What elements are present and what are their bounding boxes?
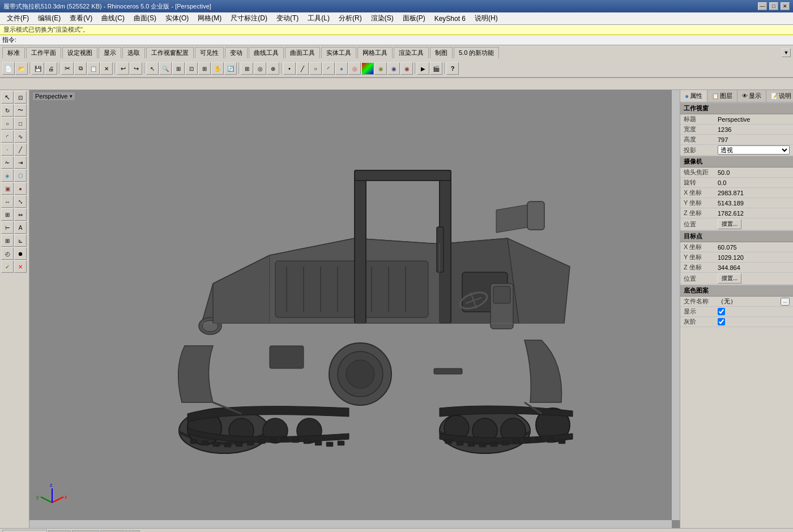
viewport-dropdown-arrow[interactable]: ▾ [70,93,73,99]
left-surface-btn[interactable]: ⬡ [14,169,27,182]
maximize-button[interactable]: □ [769,2,778,10]
left-multiselect-btn[interactable]: ⊡ [14,91,27,104]
tb-paste-btn[interactable]: 📋 [87,62,100,75]
left-dim-btn[interactable]: ⊢ [1,221,14,234]
left-array-btn[interactable]: ⊞ [1,208,14,221]
left-text-btn[interactable]: A [14,221,27,234]
left-loft-btn[interactable]: ◈ [1,169,14,182]
minimize-button[interactable]: — [758,2,767,10]
menu-help[interactable]: 说明(H) [470,12,502,24]
toolbar-tab-workplane[interactable]: 工作平面 [26,47,61,58]
toolbar-tab-render[interactable]: 渲染工具 [394,47,429,58]
menu-render[interactable]: 渲染(S) [366,12,398,24]
left-cancel-btn[interactable]: ✕ [14,260,27,273]
left-point-btn[interactable]: · [1,143,14,156]
prop-select-projection[interactable]: 透视 平行 [718,145,790,155]
tb-pan-btn[interactable]: ✋ [211,62,224,75]
tb-color-btn[interactable] [361,62,374,75]
tb-undo-btn[interactable]: ↩ [117,62,129,75]
left-extend-btn[interactable]: ⇥ [14,156,27,169]
viewport-scrollbar-vertical[interactable] [672,90,680,520]
tb-zoom-all-btn[interactable]: ⊡ [185,62,198,75]
menu-dimension[interactable]: 尺寸标注(D) [226,12,272,24]
tb-material-btn[interactable]: ◉ [374,62,387,75]
left-rect-btn[interactable]: □ [14,117,27,130]
tb-help-btn[interactable]: ? [446,62,459,75]
left-box-btn[interactable]: ▣ [1,182,14,195]
tb-grid-btn[interactable]: ⊞ [241,62,253,75]
cam-position-button[interactable]: 摆置... [718,219,741,229]
filename-browse-button[interactable]: ... [781,298,790,306]
menu-tools[interactable]: 工具(L) [303,12,334,24]
left-line-btn[interactable]: ╱ [14,143,27,156]
menu-analysis[interactable]: 分析(R) [334,12,366,24]
menu-solid[interactable]: 实体(O) [161,12,193,24]
command-input[interactable] [16,36,791,44]
menu-transform[interactable]: 变动(T) [272,12,303,24]
tb-render-btn[interactable]: ◉ [400,62,413,75]
tb-rotate-btn[interactable]: 🔄 [224,62,237,75]
viewport-scrollbar-horizontal[interactable] [29,520,672,528]
target-position-button[interactable]: 摆置... [718,273,741,284]
toolbar-tab-setview[interactable]: 设定视图 [62,47,97,58]
toolbar-tab-standard[interactable]: 标准 [2,47,25,58]
rp-tab-display[interactable]: 👁 显示 [737,90,766,102]
left-rotate-btn[interactable]: ↻ [1,104,14,117]
left-arc-btn[interactable]: ◜ [1,130,14,143]
toolbar-tab-visible[interactable]: 可见性 [195,47,224,58]
menu-edit[interactable]: 编辑(E) [33,12,65,24]
menu-panel[interactable]: 面板(P) [398,12,430,24]
tb-torus-btn[interactable]: ◎ [348,62,361,75]
toolbar-tab-transform[interactable]: 变动 [225,47,248,58]
toolbar-tab-curve[interactable]: 曲线工具 [249,47,284,58]
tb-select-btn[interactable]: ↖ [146,62,159,75]
tb-redo-btn[interactable]: ↪ [130,62,142,75]
tb-sphere-btn[interactable]: ● [335,62,348,75]
bg-gray-checkbox[interactable] [718,318,725,325]
tb-render-preview-btn[interactable]: ▶ [417,62,429,75]
left-grid-snap-btn[interactable]: ⊞ [1,234,14,247]
3d-viewport[interactable]: x y z [29,90,680,528]
tb-circle-btn[interactable]: ○ [309,62,322,75]
tb-print-btn[interactable]: 🖨 [45,62,57,75]
viewport-container[interactable]: Perspective ▾ [29,90,680,528]
menu-view[interactable]: 查看(V) [65,12,97,24]
toolbar-tab-drawing[interactable]: 制图 [430,47,453,58]
menu-mesh[interactable]: 网格(M) [193,12,226,24]
menu-curve[interactable]: 曲线(C) [97,12,129,24]
toolbar-settings-button[interactable]: ▼ [782,48,791,57]
rp-tab-properties[interactable]: ● 属性 [680,90,707,102]
left-spline-btn[interactable]: ∿ [14,130,27,143]
left-scale-btn[interactable]: ⤡ [14,195,27,208]
tb-anim-btn[interactable]: 🎬 [430,62,442,75]
left-circle-btn[interactable]: ○ [1,117,14,130]
tb-point-btn[interactable]: • [283,62,296,75]
close-button[interactable]: ✕ [781,2,790,10]
tb-open-btn[interactable]: 📂 [15,62,28,75]
tb-gumball-btn[interactable]: ⊕ [267,62,279,75]
menu-surface[interactable]: 曲面(S) [129,12,161,24]
left-check-btn[interactable]: ✓ [1,260,14,273]
tb-zoom-sel-btn[interactable]: ⊞ [198,62,211,75]
toolbar-tab-new[interactable]: 5.0 的新功能 [454,47,499,58]
left-curve-btn[interactable]: 〜 [14,104,27,117]
toolbar-tab-surface[interactable]: 曲面工具 [285,47,320,58]
toolbar-tab-mesh[interactable]: 网格工具 [357,47,393,58]
tb-arc-btn[interactable]: ◜ [322,62,335,75]
toolbar-tab-select[interactable]: 选取 [122,47,145,58]
toolbar-tab-solid[interactable]: 实体工具 [321,47,356,58]
bg-show-checkbox[interactable] [718,308,725,315]
left-mirror-btn[interactable]: ⇔ [14,208,27,221]
menu-keyshot[interactable]: KeyShot 6 [430,14,470,24]
left-history-btn[interactable]: ◴ [1,247,14,260]
vp-tab-perspective[interactable]: Perspective [2,530,47,532]
left-sphere2-btn[interactable]: ● [14,182,27,195]
left-move-btn[interactable]: ↔ [1,195,14,208]
tb-env-btn[interactable]: ◉ [387,62,400,75]
tb-cut-btn[interactable]: ✂ [61,62,74,75]
tb-zoom-btn[interactable]: 🔍 [159,62,172,75]
toolbar-tab-display[interactable]: 显示 [99,47,121,58]
tb-delete-btn[interactable]: ✕ [100,62,113,75]
tb-line-btn[interactable]: ╱ [296,62,309,75]
tb-zoom-win-btn[interactable]: ⊞ [172,62,185,75]
